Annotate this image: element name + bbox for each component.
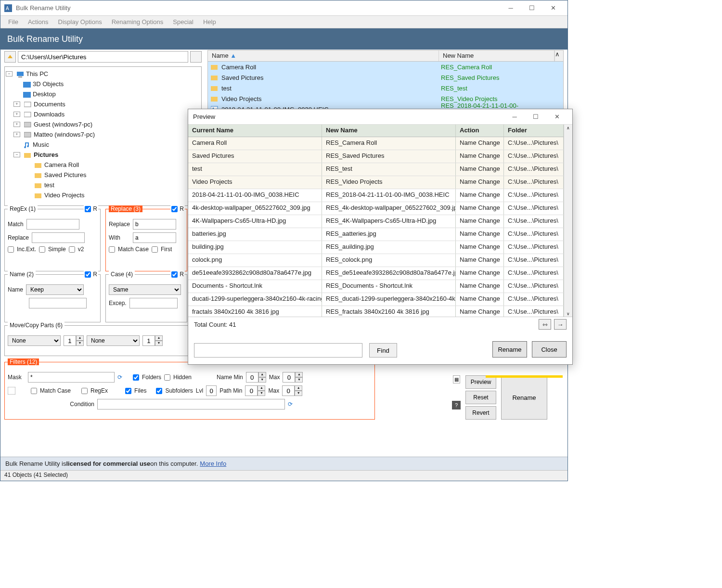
col-name[interactable]: Name ▲ [208,51,439,61]
menu-renaming-options[interactable]: Renaming Options [107,17,168,26]
regex-v2-check[interactable] [69,246,75,253]
name-enable-check[interactable] [85,271,91,278]
preview-next-button[interactable]: → [554,319,567,330]
preview-row[interactable]: 4K-Wallpapers-Cs65-Ultra-HD.jpgRES_4K-Wa… [188,215,564,228]
file-row[interactable]: Saved PicturesRES_Saved Pictures [208,72,563,83]
tree-item[interactable]: Music [33,141,49,148]
preview-row[interactable]: Video ProjectsRES_Video ProjectsName Cha… [188,176,564,189]
preview-close-button[interactable]: ✕ [546,110,567,124]
rename-button[interactable]: Rename [501,375,547,420]
preview-row[interactable]: colock.pngRES_colock.pngName ChangeC:\Us… [188,254,564,267]
tree-sub[interactable]: Saved Pictures [44,171,86,179]
replace-first-check[interactable] [152,246,158,253]
preview-row[interactable]: testRES_testName ChangeC:\Use...\Picture… [188,163,564,176]
move-to-select[interactable]: None [87,335,140,346]
folder-tree[interactable]: −This PC 3D Objects Desktop +Documents +… [4,66,202,206]
preview-minimize-button[interactable]: ─ [504,110,525,124]
close-button[interactable]: ✕ [542,1,564,15]
tree-toggle-icon[interactable]: − [6,71,13,77]
move-from-spinner[interactable] [64,335,76,346]
browse-button[interactable] [190,51,202,63]
tree-toggle-icon[interactable]: − [13,152,20,157]
preview-col-new[interactable]: New Name [322,125,456,137]
col-newname[interactable]: New Name [439,51,554,61]
tree-item[interactable]: Documents [34,101,65,108]
reset-button[interactable]: Reset [465,391,496,404]
tree-toggle-icon[interactable]: + [13,102,20,107]
tree-toggle-icon[interactable]: + [13,132,20,137]
filter-regex-check[interactable] [81,388,88,394]
preview-row[interactable]: de51eeafe3932862c908d80a78a6477e.jpgRES_… [188,267,564,280]
replace-matchcase-check[interactable] [109,246,115,253]
preview-row[interactable]: 2018-04-21-11-01-00-IMG_0038.HEICRES_201… [188,189,564,202]
menu-help[interactable]: Help [198,17,221,26]
filter-folders-check[interactable] [133,374,139,381]
tree-item[interactable]: Downloads [34,111,64,118]
tree-sub[interactable]: Video Projects [44,192,85,199]
regex-simple-check[interactable] [39,246,45,253]
filter-condition-input[interactable] [97,399,285,409]
preview-col-fit-button[interactable]: ⇿ [539,319,551,330]
namemax-spinner[interactable] [283,372,295,383]
preview-scrollbar[interactable]: ∧∨ [564,125,572,317]
refresh-icon[interactable]: ⟳ [288,401,293,408]
preview-rename-button[interactable]: Rename [492,341,527,358]
up-folder-button[interactable] [4,51,16,63]
refresh-icon[interactable]: ⟳ [117,374,122,381]
case-excep-input[interactable] [129,298,178,308]
menu-special[interactable]: Special [168,17,198,26]
name-text-input[interactable] [29,298,87,308]
menu-display-options[interactable]: Display Options [53,17,107,26]
preview-row[interactable]: Camera RollRES_Camera RollName ChangeC:\… [188,137,564,150]
preview-row[interactable]: 4k-desktop-wallpaper_065227602_309.jpgRE… [188,202,564,215]
preview-row[interactable]: batteries.jpgRES_aatteries.jpgName Chang… [188,228,564,241]
filter-subfolders-check[interactable] [156,388,162,394]
case-enable-check[interactable] [171,271,178,278]
preview-find-input[interactable] [194,343,362,358]
regex-incext-check[interactable] [8,246,14,253]
regex-replace-input[interactable] [32,232,85,243]
preview-col-action[interactable]: Action [456,125,504,137]
preview-row[interactable]: fractals 3840x2160 4k 3816 jpgRES_fracta… [188,306,564,317]
preview-row[interactable]: Saved PicturesRES_Saved PicturesName Cha… [188,150,564,163]
tree-item[interactable]: Matteo (windows7-pc) [34,131,95,138]
tree-sub[interactable]: Camera Roll [44,161,79,168]
preview-row[interactable]: building.jpgRES_auilding.jpgName ChangeC… [188,241,564,254]
filter-mask-input[interactable] [28,372,115,383]
preview-col-current[interactable]: Current Name [188,125,322,137]
tree-toggle-icon[interactable]: + [13,112,20,117]
revert-button[interactable]: Revert [465,406,496,420]
grid-icon[interactable]: ▦ [453,375,460,383]
tree-sub[interactable]: test [44,181,54,189]
case-mode-select[interactable]: Same [109,284,181,295]
tree-item[interactable]: Guest (windows7-pc) [34,121,92,128]
scroll-up-icon[interactable]: ∧ [554,51,563,61]
pathmax-spinner[interactable] [282,385,295,396]
namemin-spinner[interactable] [246,372,258,383]
maximize-button[interactable]: ☐ [521,1,542,15]
menu-file[interactable]: File [3,17,23,26]
more-info-link[interactable]: More Info [200,460,226,467]
help-icon[interactable]: ? [452,401,461,409]
tree-this-pc[interactable]: This PC [26,70,48,77]
preview-row[interactable]: ducati-1299-superleggera-3840x2160-4k-ra… [188,293,564,306]
preview-maximize-button[interactable]: ☐ [525,110,546,124]
replace-text-input[interactable] [133,219,176,230]
preview-col-folder[interactable]: Folder [504,125,564,137]
tree-pictures[interactable]: Pictures [34,151,58,158]
lvl-input[interactable] [206,385,217,396]
filter-files-check[interactable] [125,388,131,394]
filter-icon[interactable] [8,387,15,395]
filter-matchcase-check[interactable] [31,388,37,394]
preview-find-button[interactable]: Find [369,343,397,358]
pathmin-spinner[interactable] [245,385,258,396]
tree-toggle-icon[interactable]: + [13,122,20,127]
regex-enable-check[interactable] [85,206,91,212]
tree-item[interactable]: 3D Objects [33,80,64,88]
name-mode-select[interactable]: Keep [26,284,84,295]
move-from-select[interactable]: None [8,335,61,346]
path-input[interactable] [18,51,188,63]
file-row[interactable]: testRES_test [208,83,563,93]
regex-match-input[interactable] [26,219,79,230]
file-row[interactable]: Camera RollRES_Camera Roll [208,62,563,72]
